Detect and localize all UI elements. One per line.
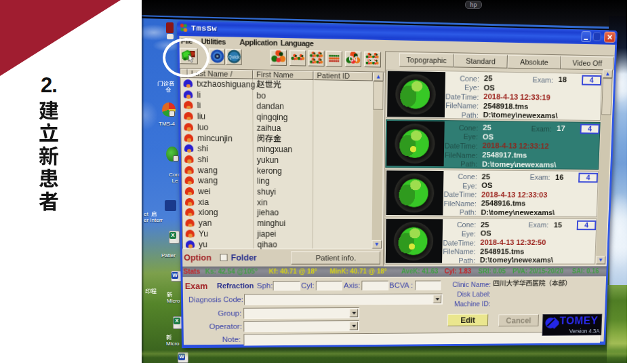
svg-text:C4: C4: [349, 54, 358, 62]
svg-text:Quick: Quick: [228, 54, 241, 60]
svg-text:C2: C2: [368, 56, 377, 63]
